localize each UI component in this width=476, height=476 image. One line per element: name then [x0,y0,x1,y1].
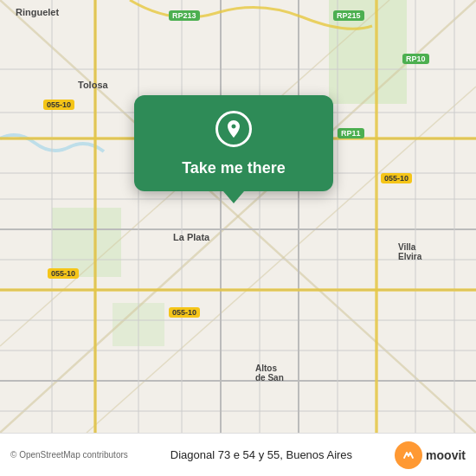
moovit-label: moovit [426,448,466,462]
moovit-icon [395,441,422,469]
take-me-there-button[interactable]: Take me there [182,159,286,177]
road-label-055-10-bot2: 055-10 [169,307,200,318]
road-label-055-10-right: 055-10 [381,173,412,183]
bottom-bar: © OpenStreetMap contributors Diagonal 73… [0,433,476,476]
svg-rect-2 [52,208,121,277]
address-text: Diagonal 73 e 54 y 55, Buenos Aires [128,448,395,461]
popup-pin [215,111,252,147]
road-label-rp215: RP215 [333,10,364,21]
map-container: Ringuelet Tolosa La Plata VillaElvira Al… [0,0,476,433]
road-label-rp11: RP11 [338,128,364,138]
road-label-055-10-bottom: 055-10 [48,268,79,279]
popup-card: Take me there [134,95,333,191]
road-label-055-10-top: 055-10 [43,100,74,110]
attribution-text: © OpenStreetMap contributors [10,450,128,460]
moovit-logo: moovit [395,441,466,469]
road-label-rp213: RP213 [169,10,200,21]
road-label-rp10: RP10 [402,54,429,64]
